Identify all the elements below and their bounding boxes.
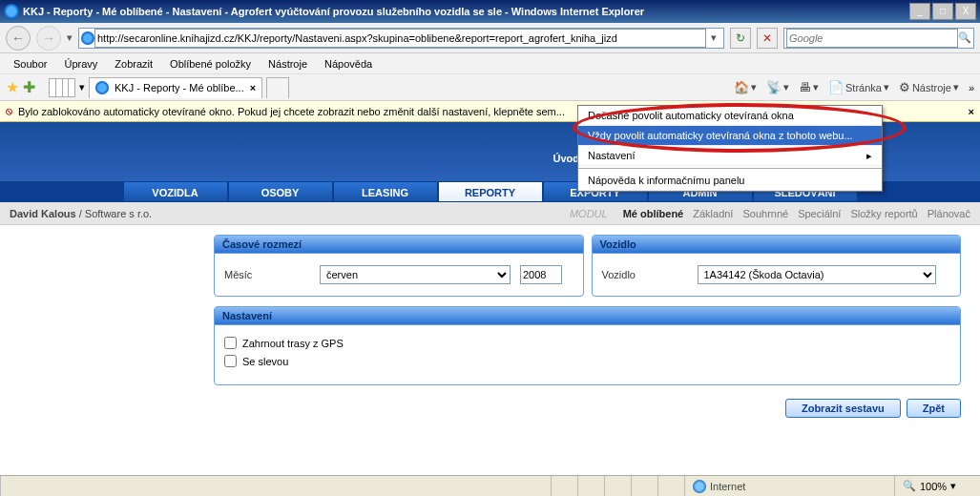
add-favorite-icon[interactable]: ✚ bbox=[23, 78, 35, 96]
tab-label: KKJ - Reporty - Mé oblíbe... bbox=[115, 82, 244, 93]
menu-upravy[interactable]: Úpravy bbox=[56, 56, 105, 72]
feeds-button[interactable]: 📡▾ bbox=[766, 80, 789, 94]
status-cell-1 bbox=[551, 476, 577, 496]
address-bar[interactable]: ▾ bbox=[78, 28, 724, 49]
tab-close-icon[interactable]: × bbox=[250, 82, 256, 93]
checkbox-zahrnout-gps[interactable] bbox=[224, 337, 237, 349]
nav-row: ← → ▾ ▾ ↻ ✕ 🔍 bbox=[0, 23, 980, 53]
status-text bbox=[0, 476, 551, 496]
zoom-icon: 🔍 bbox=[903, 480, 916, 492]
favorites-icon[interactable]: ★ bbox=[6, 78, 19, 96]
menu-napoveda[interactable]: Nápověda bbox=[317, 56, 380, 72]
search-icon[interactable]: 🔍 bbox=[958, 31, 971, 44]
subtab-zakladni[interactable]: Základní bbox=[693, 208, 733, 219]
maximize-button[interactable]: □ bbox=[932, 3, 953, 20]
user-breadcrumb: David Kalous / Software s r.o. bbox=[10, 208, 152, 219]
tab-row: ★ ✚ ▾ KKJ - Reporty - Mé oblíbe... × 🏠▾ … bbox=[0, 74, 980, 101]
popup-blocker-menu: Dočasně povolit automaticky otevíraná ok… bbox=[577, 105, 883, 192]
browser-menubar: Soubor Úpravy Zobrazit Oblíbené položky … bbox=[0, 53, 980, 74]
status-cell-5 bbox=[657, 476, 684, 496]
button-zpet[interactable]: Zpět bbox=[907, 399, 961, 418]
stop-button[interactable]: ✕ bbox=[757, 28, 778, 49]
menu-soubor[interactable]: Soubor bbox=[6, 56, 54, 72]
ie-icon bbox=[4, 4, 19, 19]
back-button[interactable]: ← bbox=[6, 26, 31, 51]
panel-nastaveni: Nastavení Zahrnout trasy z GPS Se slevou bbox=[214, 306, 961, 385]
panel-title-nastaveni: Nastavení bbox=[215, 307, 960, 325]
new-tab-button[interactable] bbox=[266, 77, 289, 98]
input-year[interactable] bbox=[520, 265, 562, 284]
popup-menu-temp-allow[interactable]: Dočasně povolit automaticky otevíraná ok… bbox=[578, 106, 882, 126]
panel-vozidlo: Vozidlo Vozidlo 1A34142 (Škoda Octavia) bbox=[592, 235, 962, 297]
status-cell-3 bbox=[604, 476, 631, 496]
command-bar: 🏠▾ 📡▾ 🖶▾ 📄Stránka▾ ⚙Nástroje▾ » bbox=[734, 80, 974, 94]
button-zobrazit-sestavu[interactable]: Zobrazit sestavu bbox=[785, 399, 901, 418]
panel-title-vozidlo: Vozidlo bbox=[593, 236, 961, 254]
tab-list-dropdown-icon[interactable]: ▾ bbox=[79, 81, 85, 93]
tools-menu[interactable]: ⚙Nástroje▾ bbox=[899, 80, 959, 94]
select-month[interactable]: červen bbox=[320, 265, 511, 284]
select-vozidlo[interactable]: 1A34142 (Škoda Octavia) bbox=[698, 265, 936, 284]
status-cell-4 bbox=[631, 476, 657, 496]
window-titlebar: KKJ - Reporty - Mé oblíbené - Nastavení … bbox=[0, 0, 980, 23]
subtab-slozky[interactable]: Složky reportů bbox=[850, 208, 917, 219]
menu-nastroje[interactable]: Nástroje bbox=[261, 56, 315, 72]
checkbox-se-slevou[interactable] bbox=[224, 355, 237, 367]
window-title: KKJ - Reporty - Mé oblíbené - Nastavení … bbox=[23, 6, 644, 17]
nav-vozidla[interactable]: VOZIDLA bbox=[123, 181, 228, 202]
address-input[interactable] bbox=[94, 29, 706, 48]
close-button[interactable]: X bbox=[955, 3, 976, 20]
search-box[interactable]: 🔍 bbox=[783, 28, 974, 49]
popup-menu-help[interactable]: Nápověda k informačnímu panelu bbox=[578, 171, 882, 191]
link-uvod[interactable]: Úvod bbox=[553, 153, 580, 164]
globe-icon bbox=[693, 480, 706, 493]
label-zahrnout-gps: Zahrnout trasy z GPS bbox=[242, 338, 344, 349]
label-vozidlo: Vozidlo bbox=[602, 269, 688, 280]
browser-tab[interactable]: KKJ - Reporty - Mé oblíbe... × bbox=[89, 77, 262, 98]
label-se-slevou: Se slevou bbox=[242, 356, 288, 367]
popup-menu-settings[interactable]: Nastavení▸ bbox=[578, 146, 882, 166]
page-icon bbox=[81, 31, 94, 45]
subtab-specialni[interactable]: Speciální bbox=[798, 208, 841, 219]
subtab-planovac[interactable]: Plánovač bbox=[928, 208, 970, 219]
warning-icon: ⦸ bbox=[6, 105, 12, 117]
panel-title-casove: Časové rozmezí bbox=[215, 236, 583, 254]
security-zone[interactable]: Internet bbox=[684, 476, 894, 496]
nav-reporty[interactable]: REPORTY bbox=[438, 181, 543, 202]
nav-osoby[interactable]: OSOBY bbox=[228, 181, 333, 202]
label-mesic: Měsíc bbox=[224, 269, 310, 280]
subtab-oblibene[interactable]: Mé oblíbené bbox=[623, 208, 684, 219]
sub-header: David Kalous / Software s r.o. MODUL Mé … bbox=[0, 202, 980, 225]
tab-favicon bbox=[95, 81, 109, 94]
page-menu[interactable]: 📄Stránka▾ bbox=[828, 80, 889, 94]
menu-zobrazit[interactable]: Zobrazit bbox=[107, 56, 160, 72]
quick-tabs-button[interactable] bbox=[49, 78, 75, 97]
minimize-button[interactable]: _ bbox=[909, 3, 930, 20]
home-button[interactable]: 🏠▾ bbox=[734, 80, 757, 94]
popup-menu-always-allow[interactable]: Vždy povolit automaticky otevíraná okna … bbox=[578, 126, 882, 146]
label-modul: MODUL bbox=[570, 208, 608, 219]
form-area: Časové rozmezí Měsíc červen Vozidlo Vozi… bbox=[0, 225, 980, 425]
menu-oblibene[interactable]: Oblíbené položky bbox=[162, 56, 259, 72]
status-cell-2 bbox=[577, 476, 604, 496]
refresh-button[interactable]: ↻ bbox=[730, 28, 751, 49]
zoom-control[interactable]: 🔍 100% ▾ bbox=[894, 476, 980, 496]
panel-casove-rozmezi: Časové rozmezí Měsíc červen bbox=[214, 235, 584, 297]
infobar-close-icon[interactable]: × bbox=[969, 106, 974, 117]
address-dropdown-icon[interactable]: ▾ bbox=[706, 31, 721, 44]
status-bar: Internet 🔍 100% ▾ bbox=[0, 475, 980, 496]
forward-button[interactable]: → bbox=[36, 26, 61, 51]
print-button[interactable]: 🖶▾ bbox=[799, 80, 819, 94]
infobar-text: Bylo zablokováno automaticky otevírané o… bbox=[18, 106, 565, 117]
nav-leasing[interactable]: LEASING bbox=[333, 181, 438, 202]
chevron-right-icon[interactable]: » bbox=[969, 82, 974, 93]
subtab-souhrnne[interactable]: Souhrnné bbox=[742, 208, 788, 219]
nav-dropdown-icon[interactable]: ▾ bbox=[67, 31, 73, 44]
search-input[interactable] bbox=[786, 29, 958, 48]
